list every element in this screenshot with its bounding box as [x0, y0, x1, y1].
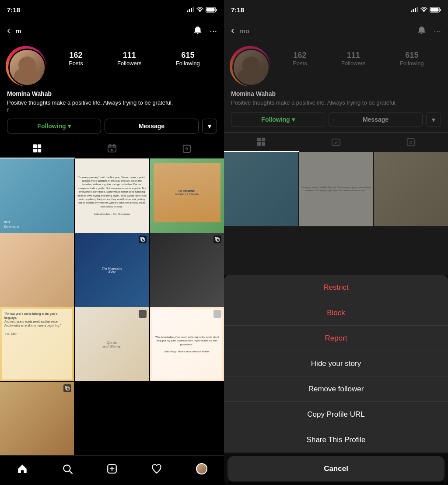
svg-rect-47	[262, 142, 265, 146]
avatar-right[interactable]	[231, 47, 269, 85]
battery-icon-right	[430, 7, 441, 13]
nav-icons-left: ···	[193, 25, 217, 37]
svg-rect-20	[140, 237, 144, 240]
logo-right: mo	[239, 27, 252, 35]
heart-icon	[151, 463, 162, 474]
bell-icon-right[interactable]	[417, 25, 427, 37]
following-button-left[interactable]: Following ▾	[7, 119, 101, 134]
nav-bar-right: ‹ mo ···	[224, 19, 448, 42]
svg-rect-42	[430, 8, 439, 11]
grid-cell-8[interactable]: Qur'anand Woman	[75, 307, 149, 381]
signal-icon-right	[411, 7, 418, 12]
grid-cell-4[interactable]	[0, 233, 74, 307]
stat-followers-left[interactable]: 111 Followers	[117, 51, 142, 67]
grid-cell-3[interactable]: BECOMINGMICHELLE OBAMA	[150, 158, 224, 232]
battery-icon-left	[206, 7, 217, 13]
menu-item-share-profile[interactable]: Share This Profile	[224, 427, 448, 453]
svg-point-19	[186, 147, 187, 148]
tab-reels-left[interactable]	[75, 139, 150, 158]
tagged-icon-left	[182, 144, 192, 154]
bell-icon-left[interactable]	[193, 25, 203, 37]
stat-following-right[interactable]: 615 Following	[400, 51, 424, 67]
bio-name-left: Momina Wahab	[7, 90, 217, 97]
grid-cell-5[interactable]: The MountainsEcho	[75, 233, 149, 307]
menu-item-block[interactable]: Block	[224, 300, 448, 326]
svg-marker-49	[335, 141, 338, 144]
stat-posts-left[interactable]: 162 Posts	[69, 51, 83, 67]
right-grid-1	[224, 152, 298, 226]
more-icon-right[interactable]: ···	[434, 26, 441, 36]
nav-home-button[interactable]	[13, 459, 32, 478]
svg-point-4	[200, 11, 201, 13]
grid-cell-1[interactable]: BirdSummons	[0, 158, 74, 232]
svg-rect-44	[257, 138, 261, 141]
home-icon	[17, 463, 28, 474]
multiple-badge-10	[63, 384, 71, 392]
grid-cell-2[interactable]: "In every journey," said the Hoopoe, "th…	[75, 158, 149, 232]
cancel-button[interactable]: Cancel	[228, 456, 444, 481]
svg-rect-28	[65, 386, 68, 389]
grid-cell-6[interactable]	[150, 233, 224, 307]
profile-header-left: 162 Posts 111 Followers 615 Following	[0, 42, 224, 90]
status-icons-left	[187, 7, 217, 13]
menu-item-report[interactable]: Report	[224, 326, 448, 351]
tab-reels-right[interactable]	[299, 133, 374, 152]
wifi-icon-left	[196, 7, 203, 12]
profile-header-right: 162 Posts 111 Followers 615 Following	[224, 42, 448, 90]
svg-rect-3	[193, 7, 194, 12]
menu-item-hide-story[interactable]: Hide your story	[224, 351, 448, 376]
multiple-badge-8	[139, 310, 147, 318]
following-button-right[interactable]: Following ▾	[231, 112, 325, 127]
stat-posts-right[interactable]: 162 Posts	[293, 51, 307, 67]
stat-following-left[interactable]: 615 Following	[176, 51, 200, 67]
svg-rect-29	[66, 387, 70, 390]
time-right: 7:18	[231, 6, 244, 14]
svg-rect-36	[413, 9, 414, 12]
grid-cell-10[interactable]	[0, 382, 74, 455]
message-button-right[interactable]: Message	[329, 112, 423, 127]
nav-search-button[interactable]	[58, 459, 77, 478]
svg-rect-21	[141, 239, 144, 242]
svg-rect-9	[33, 144, 37, 148]
menu-item-restrict[interactable]: Restrict	[224, 275, 448, 300]
svg-line-31	[69, 471, 72, 474]
tab-tagged-left[interactable]	[149, 139, 224, 158]
status-bar-right: 7:18	[224, 0, 448, 19]
action-buttons-left: Following ▾ Message ▾	[0, 119, 224, 139]
wifi-icon-right	[420, 7, 427, 12]
svg-point-39	[424, 11, 425, 13]
grid-cell-9[interactable]: "The knowledge of so much suffering in t…	[150, 307, 224, 381]
search-icon	[62, 463, 73, 474]
stat-followers-right[interactable]: 111 Followers	[341, 51, 366, 67]
svg-rect-35	[411, 11, 412, 12]
menu-item-copy-url[interactable]: Copy Profile URL	[224, 402, 448, 427]
message-button-left[interactable]: Message	[105, 119, 199, 134]
svg-rect-24	[140, 312, 144, 315]
back-button-left[interactable]: ‹	[7, 25, 10, 36]
dropdown-button-right[interactable]: ▾	[426, 112, 441, 127]
tab-grid-right[interactable]	[224, 133, 299, 152]
photo-grid-left: BirdSummons "In every journey," said the…	[0, 158, 224, 455]
svg-rect-18	[183, 145, 190, 153]
svg-rect-38	[417, 7, 418, 12]
nav-add-button[interactable]	[102, 459, 122, 478]
tab-tagged-right[interactable]	[373, 133, 448, 152]
action-buttons-right: Following ▾ Message ▾	[224, 112, 448, 132]
dropdown-button-left[interactable]: ▾	[202, 119, 217, 134]
nav-profile-button[interactable]	[192, 459, 211, 478]
svg-rect-12	[38, 149, 41, 152]
bio-link-left[interactable]: f	[7, 107, 217, 113]
tabs-bar-left	[0, 139, 224, 158]
grid-icon-left	[32, 144, 42, 153]
back-button-right[interactable]: ‹	[231, 25, 234, 36]
nav-heart-button[interactable]	[147, 459, 166, 478]
svg-rect-0	[187, 11, 188, 12]
right-grid-3	[374, 152, 448, 226]
tab-grid-left[interactable]	[0, 139, 75, 158]
svg-rect-11	[33, 149, 37, 152]
svg-rect-46	[257, 142, 261, 146]
more-icon-left[interactable]: ···	[210, 26, 217, 36]
avatar-left[interactable]	[7, 47, 45, 85]
menu-item-remove-follower[interactable]: Remove follower	[224, 376, 448, 402]
grid-cell-7[interactable]: "For last year's words belong to last ye…	[0, 307, 74, 381]
